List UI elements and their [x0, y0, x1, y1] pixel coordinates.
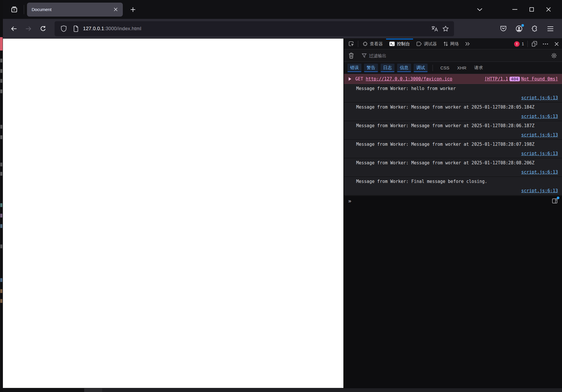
- background-window-red-edge: [0, 37, 3, 51]
- split-console-icon[interactable]: [550, 197, 559, 205]
- devtools-panel: 查看器 控制台 调试器: [343, 39, 562, 388]
- message-source-link[interactable]: script.js:6:13: [521, 114, 558, 119]
- message-source-link[interactable]: script.js:6:13: [521, 188, 558, 193]
- message-text: Message from Worker: Message from worker…: [356, 105, 558, 110]
- filter-info-button[interactable]: 信息: [397, 64, 411, 72]
- url-path: :3000/index.html: [104, 26, 141, 31]
- console-prompt: »: [348, 198, 351, 204]
- minimize-button[interactable]: [506, 3, 523, 16]
- list-all-tabs-button[interactable]: [473, 4, 486, 15]
- back-button[interactable]: [8, 22, 20, 35]
- console-message-row[interactable]: Message from Worker: hello from worker s…: [344, 84, 562, 103]
- error-icon: !: [514, 41, 520, 47]
- status-badge: 404: [509, 77, 520, 81]
- message-source-link[interactable]: script.js:6:13: [521, 132, 558, 138]
- filter-warnings-button[interactable]: 警告: [364, 64, 378, 72]
- message-source-link[interactable]: script.js:6:13: [521, 95, 558, 100]
- menu-hamburger-icon[interactable]: [545, 23, 556, 35]
- browser-window: Document: [3, 0, 562, 392]
- network-error-row[interactable]: GET http://127.0.0.1:3000/favicon.ico [H…: [344, 74, 562, 84]
- page-content[interactable]: [3, 39, 343, 388]
- console-input-row[interactable]: »: [344, 195, 562, 206]
- debugger-icon: [416, 42, 422, 46]
- account-icon[interactable]: [513, 23, 525, 35]
- console-message-row[interactable]: Message from Worker: Message from worker…: [344, 121, 562, 140]
- filter-requests-button[interactable]: 请求: [472, 64, 486, 72]
- filter-funnel-icon: [362, 53, 367, 58]
- url-text[interactable]: 127.0.0.1:3000/index.html: [83, 26, 429, 32]
- request-protocol: [HTTP/1.1: [484, 76, 508, 82]
- node-picker-icon[interactable]: [346, 39, 357, 49]
- account-notification-dot: [521, 24, 524, 27]
- console-output: GET http://127.0.0.1:3000/favicon.ico [H…: [344, 74, 562, 388]
- url-host: 127.0.0.1: [83, 26, 104, 31]
- console-filter-row: [344, 49, 562, 62]
- maximize-button[interactable]: [523, 3, 540, 16]
- console-message-row[interactable]: Message from Worker: Message from worker…: [344, 158, 562, 177]
- filter-debug-button[interactable]: 调试: [414, 64, 428, 72]
- expand-caret-icon[interactable]: [349, 77, 351, 81]
- tab-separator: [24, 5, 24, 14]
- message-text: Message from Worker: Message from worker…: [356, 160, 558, 166]
- request-url-link[interactable]: http://127.0.0.1:3000/favicon.ico: [366, 76, 452, 82]
- console-icon: [389, 42, 395, 46]
- console-filter-buttons: 错误 警告 日志 信息 调试 CSS XHR 请求: [344, 62, 562, 74]
- extensions-icon[interactable]: [529, 23, 541, 35]
- message-text: Message from Worker: hello from worker: [356, 86, 558, 91]
- request-method: GET: [355, 76, 363, 82]
- console-message-row[interactable]: Message from Worker: Final message befor…: [344, 177, 562, 195]
- bookmark-star-icon[interactable]: [440, 24, 451, 34]
- tab-inspector[interactable]: 查看器: [359, 39, 386, 49]
- close-window-button[interactable]: [540, 3, 557, 16]
- error-count-badge[interactable]: ! 1: [512, 39, 526, 49]
- close-devtools-icon[interactable]: [551, 39, 562, 49]
- console-empty-area[interactable]: [344, 206, 562, 388]
- firefox-view-icon[interactable]: [7, 3, 21, 16]
- console-settings-gear-icon[interactable]: [548, 53, 560, 59]
- message-text: Message from Worker: Message from worker…: [356, 142, 558, 147]
- more-tabs-icon[interactable]: [462, 39, 473, 49]
- message-source-link[interactable]: script.js:6:13: [521, 151, 558, 156]
- request-status-text: Not Found 0ms]: [521, 76, 558, 82]
- bottom-edge-strip: [3, 388, 562, 392]
- split-console-notification-dot: [557, 197, 559, 199]
- clear-console-icon[interactable]: [346, 53, 356, 59]
- responsive-design-icon[interactable]: [529, 39, 540, 49]
- inspector-icon: [363, 41, 368, 46]
- background-window-sliver: [0, 0, 3, 392]
- filter-logs-button[interactable]: 日志: [381, 64, 395, 72]
- tab-close-icon[interactable]: [111, 5, 120, 14]
- devtools-menu-icon[interactable]: [540, 39, 551, 49]
- filter-css-button[interactable]: CSS: [438, 64, 452, 72]
- new-tab-button[interactable]: [127, 3, 139, 16]
- translate-icon[interactable]: [429, 24, 440, 34]
- browser-tab[interactable]: Document: [27, 3, 123, 17]
- shield-permissions-icon[interactable]: [59, 24, 69, 34]
- reload-button[interactable]: [37, 22, 49, 35]
- tab-network[interactable]: 网络: [440, 39, 462, 49]
- tab-title: Document: [32, 7, 111, 12]
- url-bar[interactable]: 127.0.0.1:3000/index.html: [55, 21, 454, 36]
- page-info-icon[interactable]: [71, 24, 81, 34]
- pocket-icon[interactable]: [498, 23, 509, 35]
- navigation-bar: 127.0.0.1:3000/index.html: [3, 19, 562, 39]
- tab-debugger[interactable]: 调试器: [413, 39, 440, 49]
- screen: Document: [0, 0, 562, 392]
- tab-bar: Document: [3, 0, 562, 19]
- message-text: Message from Worker: Message from worker…: [356, 123, 558, 128]
- tab-console[interactable]: 控制台: [386, 39, 413, 49]
- message-source-link[interactable]: script.js:6:13: [521, 170, 558, 175]
- filter-errors-button[interactable]: 错误: [347, 64, 361, 72]
- message-text: Message from Worker: Final message befor…: [356, 179, 558, 184]
- devtools-toolbar: 查看器 控制台 调试器: [344, 39, 562, 49]
- network-icon: [443, 41, 448, 46]
- console-message-row[interactable]: Message from Worker: Message from worker…: [344, 103, 562, 121]
- forward-button[interactable]: [22, 22, 35, 35]
- filter-output-input[interactable]: [369, 53, 548, 58]
- filter-xhr-button[interactable]: XHR: [455, 64, 469, 72]
- console-message-row[interactable]: Message from Worker: Message from worker…: [344, 140, 562, 158]
